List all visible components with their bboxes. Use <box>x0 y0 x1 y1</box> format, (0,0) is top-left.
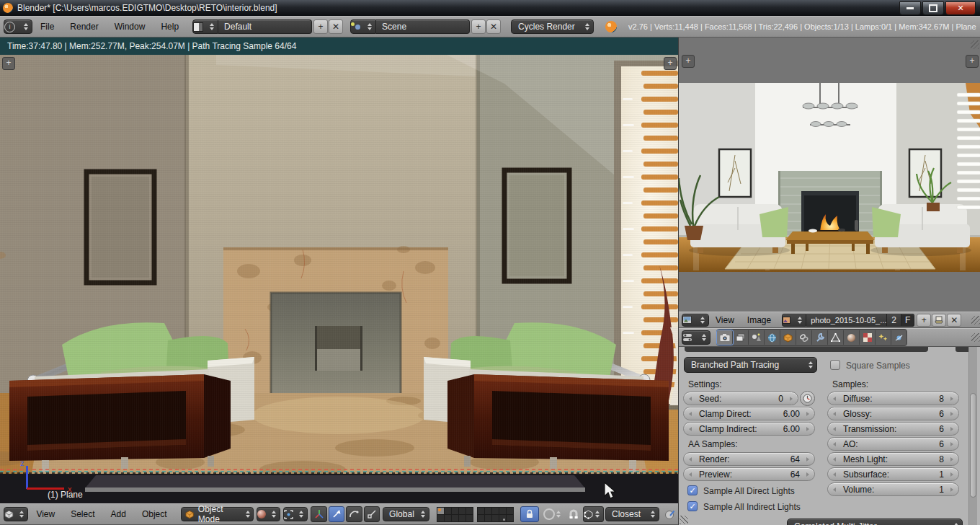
stepper-left-icon[interactable] <box>687 472 692 477</box>
stepper-left-icon[interactable] <box>831 397 836 401</box>
snap-toggle-button[interactable] <box>566 506 582 522</box>
add-scene-button[interactable]: + <box>471 19 486 34</box>
menu-image[interactable]: Image <box>741 315 778 325</box>
delete-scene-button[interactable]: ✕ <box>486 19 501 34</box>
stepper-right-icon[interactable] <box>950 488 956 492</box>
image-users-button[interactable]: 2 <box>887 314 901 327</box>
add-layout-button[interactable]: + <box>313 19 328 34</box>
stepper-right-icon[interactable] <box>806 427 811 431</box>
tab-render[interactable] <box>717 330 733 345</box>
scene-browse[interactable] <box>350 19 376 34</box>
stepper-right-icon[interactable] <box>950 457 956 462</box>
image-name-field[interactable]: photo_2015-10-05_... <box>806 314 887 327</box>
stepper-left-icon[interactable] <box>831 412 836 416</box>
partial-widget[interactable] <box>685 347 928 352</box>
tab-scene[interactable] <box>749 330 765 345</box>
menu-window[interactable]: Window <box>107 22 153 32</box>
stepper-left-icon[interactable] <box>687 457 692 462</box>
stepper-right-icon[interactable] <box>950 412 956 416</box>
region-corner-grip[interactable] <box>971 316 980 325</box>
lock-to-scene-button[interactable] <box>520 506 539 522</box>
delete-layout-button[interactable]: ✕ <box>329 19 343 34</box>
manipulator-toggle-button[interactable] <box>311 506 326 522</box>
menu-render[interactable]: Render <box>62 22 106 32</box>
diffuse-samples-field[interactable]: Diffuse: 8 <box>827 392 959 405</box>
stepper-right-icon[interactable] <box>950 472 956 477</box>
mode-selector[interactable]: Object Mode <box>181 507 254 521</box>
stepper-right-icon[interactable] <box>950 427 956 431</box>
menu-image-view[interactable]: View <box>709 315 741 325</box>
scrollbar-thumb[interactable] <box>970 393 976 498</box>
transmission-samples-field[interactable]: Transmission: 6 <box>827 422 959 436</box>
seed-animate-button[interactable] <box>800 391 815 406</box>
volume-samples-field[interactable]: Volume: 1 <box>827 482 959 496</box>
stepper-left-icon[interactable] <box>831 472 836 477</box>
region-expand-button[interactable]: + <box>966 55 979 68</box>
stepper-left-icon[interactable] <box>831 427 836 431</box>
sample-all-direct-checkbox[interactable]: ✓ <box>687 485 698 495</box>
tab-render-layers[interactable] <box>733 330 749 345</box>
screen-layout-browse[interactable] <box>192 19 218 34</box>
stepper-right-icon[interactable] <box>806 472 811 477</box>
layers-widget[interactable] <box>437 507 513 522</box>
minimize-button[interactable] <box>899 1 921 15</box>
orientation-selector[interactable]: Global <box>383 507 429 521</box>
seed-field[interactable]: Seed: 0 <box>683 392 798 405</box>
rotate-manipulator-button[interactable] <box>346 506 362 522</box>
translate-manipulator-button[interactable] <box>329 506 344 522</box>
region-corner-grip[interactable] <box>680 516 688 524</box>
screen-layout-name[interactable]: Default <box>218 19 312 34</box>
stepper-left-icon[interactable] <box>687 412 692 416</box>
properties-scrollbar[interactable] <box>968 347 977 525</box>
editor-type-selector-properties[interactable] <box>682 330 710 345</box>
snap-element-selector[interactable] <box>583 506 604 522</box>
editor-type-selector[interactable]: i <box>4 19 32 34</box>
stepper-right-icon[interactable] <box>806 412 811 416</box>
fake-user-button[interactable]: F <box>901 314 914 327</box>
pivot-point-selector[interactable] <box>283 507 308 521</box>
stepper-left-icon[interactable] <box>831 488 836 492</box>
window-titlebar[interactable]: Blender* [C:\Users\marcos.EDIGTMO\Deskto… <box>0 0 980 16</box>
mesh-light-samples-field[interactable]: Mesh Light: 8 <box>827 452 959 466</box>
region-expand-button[interactable]: + <box>682 55 695 68</box>
pack-image-button[interactable] <box>932 314 946 327</box>
stepper-right-icon[interactable] <box>950 442 956 446</box>
region-expand-left-button[interactable]: + <box>2 57 15 70</box>
viewport-3d[interactable]: + + z x (1) Plane <box>0 55 678 503</box>
stepper-right-icon[interactable] <box>790 397 795 401</box>
new-image-button[interactable]: + <box>917 314 931 327</box>
integrator-selector[interactable]: Branched Path Tracing <box>684 357 817 373</box>
opengl-render-button[interactable] <box>662 506 678 522</box>
editor-type-selector-3d[interactable] <box>4 507 28 521</box>
region-expand-right-button[interactable]: + <box>664 57 677 70</box>
snap-target-selector[interactable]: Closest <box>605 507 659 521</box>
menu-help[interactable]: Help <box>153 22 187 32</box>
menu-object[interactable]: Object <box>134 509 175 519</box>
tab-modifiers[interactable] <box>812 330 828 345</box>
tab-texture[interactable] <box>860 330 876 345</box>
close-button[interactable]: ✕ <box>945 1 976 15</box>
clamp-indirect-field[interactable]: Clamp Indirect: 6.00 <box>683 422 815 436</box>
restore-button[interactable] <box>922 1 944 15</box>
tab-physics[interactable] <box>891 330 906 345</box>
sampling-pattern-selector[interactable]: Correlated Multi-Jitter <box>787 519 963 525</box>
image-browse[interactable] <box>782 314 806 327</box>
aa-render-field[interactable]: Render: 64 <box>683 452 815 466</box>
subsurface-samples-field[interactable]: Subsurface: 1 <box>827 467 959 481</box>
tab-object[interactable] <box>780 330 796 345</box>
region-corner-grip[interactable] <box>971 40 979 49</box>
unlink-image-button[interactable]: ✕ <box>947 314 961 327</box>
aa-preview-field[interactable]: Preview: 64 <box>683 467 815 481</box>
stepper-left-icon[interactable] <box>831 442 836 446</box>
editor-type-selector-image[interactable] <box>682 314 709 327</box>
viewport-shading-selector[interactable] <box>257 507 280 521</box>
tab-material[interactable] <box>844 330 860 345</box>
stepper-right-icon[interactable] <box>950 397 956 401</box>
image-editor-canvas[interactable]: + + <box>679 38 980 312</box>
ao-samples-field[interactable]: AO: 6 <box>827 437 959 451</box>
menu-add[interactable]: Add <box>103 509 134 519</box>
scene-name[interactable]: Scene <box>376 19 470 34</box>
square-samples-checkbox[interactable] <box>830 360 840 370</box>
tab-world[interactable] <box>765 330 780 345</box>
clamp-direct-field[interactable]: Clamp Direct: 6.00 <box>683 407 815 420</box>
